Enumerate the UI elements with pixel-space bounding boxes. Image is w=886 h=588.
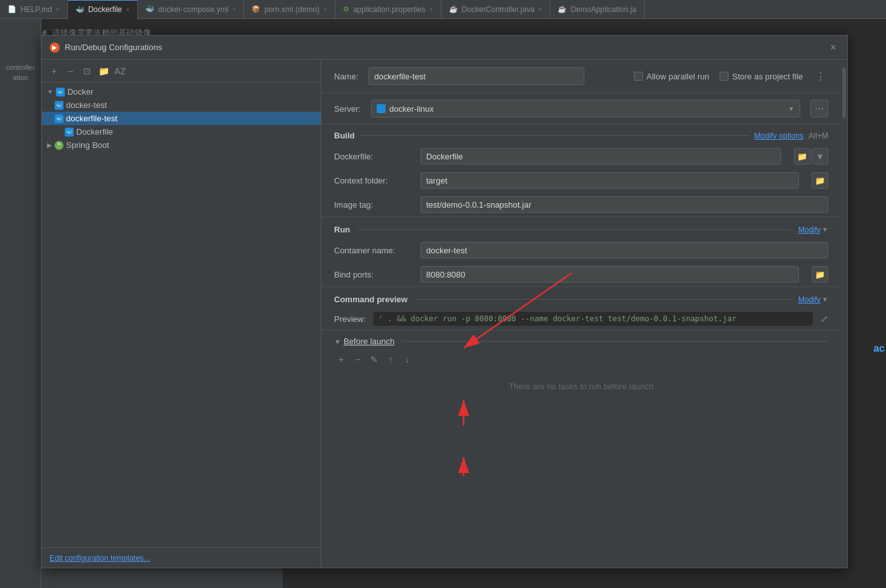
store-checkbox-area: Store as project file — [720, 72, 803, 81]
tab-close-help[interactable]: × — [56, 6, 60, 13]
run-section-line — [358, 229, 790, 230]
folder-config-button[interactable]: 📁 — [97, 64, 111, 78]
docker-test-icon: 🐳 — [55, 101, 64, 110]
run-debug-dialog: ▶ Run/Debug Configurations × + − ⊡ 📁 AZ … — [41, 35, 848, 568]
context-folder-input[interactable] — [420, 172, 799, 189]
context-folder-label: Context folder: — [334, 176, 410, 185]
server-chevron-icon: ▼ — [788, 105, 795, 112]
dialog-close-button[interactable]: × — [827, 41, 840, 54]
cmd-modify-link[interactable]: Modify — [798, 295, 821, 304]
build-section-header: Build Modify options Alt+M — [321, 124, 841, 144]
before-launch-add-btn[interactable]: + — [334, 352, 348, 366]
tree-docker-group[interactable]: ▼ 🐳 Docker — [42, 85, 321, 98]
tab-pom[interactable]: 📦 pom.xml (demo) × — [244, 0, 335, 19]
more-options-button[interactable]: ⋮ — [813, 69, 828, 84]
tree-spring-group[interactable]: ▶ 🍃 Spring Boot — [42, 138, 321, 152]
dockerfile-test-icon: 🐳 — [55, 114, 64, 123]
tree-content: ▼ 🐳 Docker 🐳 docker-test 🐳 dockerfile-te… — [42, 83, 321, 547]
tab-controller[interactable]: ☕ DockerController.java × — [441, 0, 551, 19]
bind-ports-folder-btn[interactable]: 📁 — [812, 266, 828, 283]
spring-expand-icon: ▶ — [47, 142, 52, 149]
cmd-title: Command preview — [334, 295, 408, 304]
before-launch-down-btn[interactable]: ↓ — [400, 352, 414, 366]
server-docker-icon — [377, 104, 386, 113]
tab-help[interactable]: 📄 HELP.md × — [0, 0, 68, 19]
bind-ports-row: Bind ports: 📁 — [321, 262, 841, 286]
tab-dockerfile[interactable]: 🐳 Dockerfile × — [68, 0, 138, 19]
dialog-title-icon: ▶ — [50, 43, 60, 53]
server-row: Server: docker-linux ▼ ⋯ — [321, 93, 841, 124]
container-name-input[interactable] — [420, 242, 828, 258]
bind-ports-actions: 📁 — [812, 266, 828, 283]
add-config-button[interactable]: + — [47, 64, 61, 78]
spring-icon: 🍃 — [55, 141, 64, 150]
parallel-checkbox[interactable] — [634, 72, 643, 81]
docker-group-icon: 🐳 — [56, 88, 65, 97]
tab-close-properties[interactable]: × — [429, 6, 433, 13]
context-folder-actions: 📁 — [812, 172, 828, 189]
expand-preview-button[interactable]: ⤢ — [821, 314, 828, 324]
tab-close-controller[interactable]: × — [539, 6, 542, 13]
dialog-body: + − ⊡ 📁 AZ ▼ 🐳 Docker 🐳 docker-test — [42, 60, 847, 568]
left-strip-controller: controller — [6, 63, 34, 71]
copy-config-button[interactable]: ⊡ — [80, 64, 94, 78]
edit-templates-link[interactable]: Edit configuration templates... — [50, 554, 150, 563]
before-launch-section: ▼ Before launch — [321, 330, 841, 350]
config-panel: Name: Allow parallel run Store as projec… — [321, 60, 841, 568]
tab-properties[interactable]: ⚙ application.properties × — [335, 0, 441, 19]
before-launch-up-btn[interactable]: ↑ — [384, 352, 398, 366]
dockerfile-input[interactable] — [420, 148, 781, 164]
store-checkbox[interactable] — [720, 72, 728, 81]
right-edge-text: ac — [873, 343, 885, 354]
dockerfile-label: Dockerfile: — [334, 152, 410, 161]
cmd-preview-row: Preview: ' . && docker run -p 8080:8080 … — [321, 308, 841, 330]
cmd-section-header: Command preview Modify ▼ — [321, 286, 841, 308]
tree-item-docker-test[interactable]: 🐳 docker-test — [42, 98, 321, 112]
image-tag-row: Image tag: — [321, 192, 841, 217]
container-name-row: Container name: — [321, 238, 841, 262]
run-chevron-icon: ▼ — [822, 226, 828, 233]
run-section-header: Run Modify ▼ — [321, 217, 841, 238]
tree-footer: Edit configuration templates... — [42, 547, 321, 568]
config-name-input[interactable] — [368, 67, 584, 85]
run-modify-link[interactable]: Modify — [798, 225, 821, 234]
cmd-section-line — [415, 299, 791, 300]
context-folder-btn[interactable]: 📁 — [812, 172, 828, 189]
tree-toolbar: + − ⊡ 📁 AZ — [42, 60, 321, 83]
tab-close-pom[interactable]: × — [323, 6, 327, 13]
remove-config-button[interactable]: − — [64, 64, 77, 78]
docker-expand-icon: ▼ — [47, 88, 53, 95]
dockerfile-dropdown-btn[interactable]: ▼ — [812, 148, 828, 164]
context-folder-row: Context folder: 📁 — [321, 168, 841, 192]
server-dropdown[interactable]: docker-linux ▼ — [371, 100, 800, 117]
before-launch-remove-btn[interactable]: − — [351, 352, 365, 366]
image-tag-input[interactable] — [420, 196, 828, 213]
dialog-titlebar: ▶ Run/Debug Configurations × — [42, 36, 847, 60]
tab-demo[interactable]: ☕ DemoApplication.ja — [550, 0, 644, 19]
before-launch-toggle[interactable]: ▼ — [334, 338, 341, 345]
dialog-scrollbar[interactable] — [841, 60, 847, 568]
container-name-label: Container name: — [334, 246, 410, 255]
tree-item-dockerfile-test[interactable]: 🐳 dockerfile-test — [42, 112, 321, 125]
modify-options-link[interactable]: Modify options — [755, 131, 803, 140]
bind-ports-label: Bind ports: — [334, 270, 410, 279]
cmd-chevron-icon: ▼ — [822, 296, 828, 303]
build-section-line — [360, 135, 749, 136]
tab-close-compose[interactable]: × — [232, 6, 236, 13]
modify-shortcut: Alt+M — [809, 131, 828, 140]
sort-config-button[interactable]: AZ — [113, 64, 127, 78]
server-more-button[interactable]: ⋯ — [810, 100, 828, 117]
store-label: Store as project file — [732, 72, 803, 81]
dockerfile-folder-btn[interactable]: 📁 — [794, 148, 810, 164]
tab-compose[interactable]: 🐳 docker-compose.yml × — [138, 0, 245, 19]
dialog-title: Run/Debug Configurations — [65, 43, 827, 52]
before-launch-title: Before launch — [344, 337, 394, 346]
tree-panel: + − ⊡ 📁 AZ ▼ 🐳 Docker 🐳 docker-test — [42, 60, 321, 568]
run-title: Run — [334, 225, 350, 234]
tree-item-dockerfile[interactable]: 🐳 Dockerfile — [42, 125, 321, 138]
name-label: Name: — [334, 72, 358, 81]
left-sidebar-strip: controller ation — [0, 19, 41, 588]
tab-close-dockerfile[interactable]: × — [126, 6, 130, 13]
before-launch-edit-btn[interactable]: ✎ — [367, 352, 381, 366]
bind-ports-input[interactable] — [420, 266, 799, 283]
